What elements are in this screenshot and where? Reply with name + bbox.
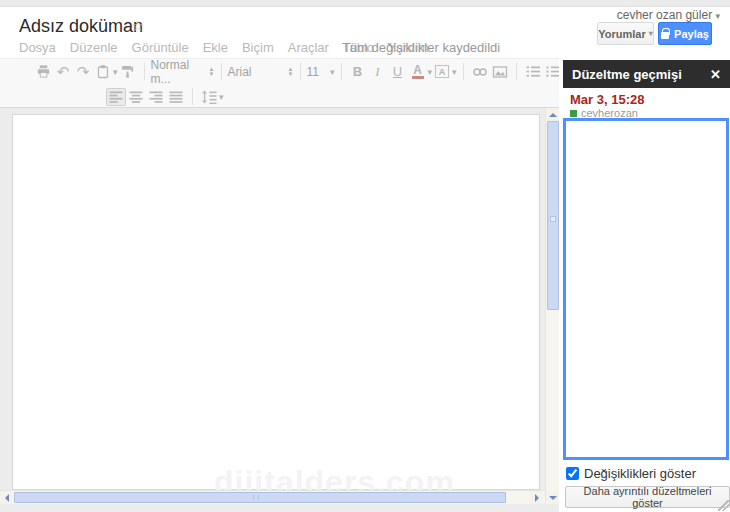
toolbar-separator [144,63,145,80]
undo-icon[interactable]: ↶ [53,63,73,81]
show-changes-label: Değişiklikleri göster [584,466,696,481]
scroll-up-button[interactable] [546,108,560,121]
menu-goruntule[interactable]: Görüntüle [132,40,189,55]
menu-duzenle[interactable]: Düzenle [70,40,118,55]
menu-ekle[interactable]: Ekle [203,40,228,55]
chevron-down-icon: ▾ [649,29,653,38]
scrollbar-grip [550,216,556,222]
paint-format-icon[interactable] [118,63,138,81]
underline-button[interactable]: U [388,63,408,81]
highlight-color-button[interactable]: A [432,63,452,81]
document-canvas[interactable]: dijitalders.com [0,108,559,512]
toolbar-separator [300,63,301,80]
toolbar-separator [341,63,342,80]
menu-bicim[interactable]: Biçim [242,40,274,55]
arrow-up-icon [549,113,557,117]
arrow-left-icon [5,494,9,502]
toolbar-separator [192,88,193,105]
revision-panel-title: Düzeltme geçmişi [572,67,710,82]
google-docs-window: Adsız doküman ☆ Dosya Düzenle Görüntüle … [0,0,730,512]
horizontal-scrollbar[interactable] [0,490,545,504]
justify-button[interactable] [166,88,186,106]
updown-icon: ▲▼ [288,67,294,77]
font-size-dropdown[interactable]: 11 ▾ [307,65,335,79]
revision-date[interactable]: Mar 3, 15:28 [570,92,644,107]
bold-button[interactable]: B [348,63,368,81]
numbered-list-icon[interactable] [523,63,543,81]
text-color-button[interactable]: A [408,63,428,81]
revision-history-panel: Düzeltme geçmişi ✕ Mar 3, 15:28 cevheroz… [559,58,730,512]
vertical-scrollbar-thumb[interactable] [547,121,559,310]
lock-icon [661,32,669,39]
align-right-button[interactable] [146,88,166,106]
redo-icon[interactable]: ↷ [73,63,93,81]
insert-link-icon[interactable] [470,63,490,81]
star-icon[interactable]: ☆ [131,17,144,35]
selected-revision-preview[interactable] [563,118,729,460]
chevron-down-icon[interactable]: ▾ [452,67,457,77]
line-spacing-icon[interactable] [199,88,219,106]
comments-button[interactable]: Yorumlar ▾ [597,22,654,45]
scroll-right-button[interactable] [530,491,543,504]
arrow-right-icon [535,494,539,502]
arrow-down-icon [549,496,557,500]
menu-araclar[interactable]: Araçlar [288,40,329,55]
document-page[interactable] [12,114,540,490]
author-color-swatch [570,110,577,117]
italic-button[interactable]: I [368,63,388,81]
insert-image-icon[interactable] [490,63,510,81]
print-icon[interactable] [33,63,53,81]
show-changes-checkbox[interactable] [566,467,579,480]
detailed-revisions-button[interactable]: Daha ayrıntılı düzeltmeleri göster [565,486,730,508]
updown-icon: ▲▼ [209,67,215,77]
scrollbar-grip [253,495,259,500]
menu-dosya[interactable]: Dosya [19,40,56,55]
scroll-down-button[interactable] [546,491,560,504]
align-left-button[interactable] [106,88,126,106]
header: Adsız doküman ☆ Dosya Düzenle Görüntüle … [0,7,730,58]
close-icon[interactable]: ✕ [710,67,721,82]
vertical-scrollbar[interactable] [545,108,559,504]
account-name: cevher ozan güler [617,8,712,22]
paragraph-style-dropdown[interactable]: Normal m... ▲▼ [151,58,215,86]
top-strip [0,0,730,7]
toolbar-separator [516,63,517,80]
show-changes-row: Değişiklikleri göster [566,466,696,481]
account-menu[interactable]: cevher ozan güler ▾ [617,8,720,22]
toolbar-separator [463,63,464,80]
web-clipboard-icon[interactable] [93,63,113,81]
scroll-left-button[interactable] [0,491,13,504]
chevron-down-icon[interactable]: ▾ [219,92,224,102]
save-status: Tüm değişiklikler kaydedildi [342,40,500,55]
chevron-down-icon: ▾ [715,11,720,21]
revision-panel-header: Düzeltme geçmişi ✕ [563,60,730,88]
document-title[interactable]: Adsız doküman [19,16,143,37]
horizontal-scrollbar-thumb[interactable] [14,492,506,503]
share-button[interactable]: Paylaş [658,22,712,45]
toolbar-separator [221,63,222,80]
font-family-dropdown[interactable]: Arial ▲▼ [228,65,294,79]
chevron-down-icon: ▾ [330,67,335,77]
resize-grip[interactable] [718,500,729,511]
align-center-button[interactable] [126,88,146,106]
